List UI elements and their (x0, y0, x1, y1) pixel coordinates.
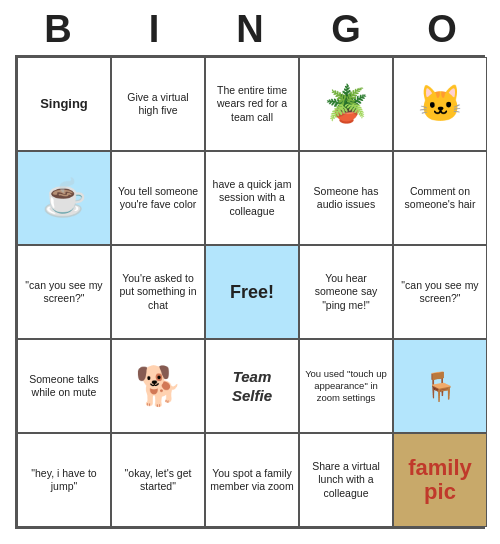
plant-emoji: 🪴 (324, 86, 369, 122)
cell-r2c0[interactable]: "can you see my screen?" (17, 245, 111, 339)
cell-r0c3[interactable]: 🪴 (299, 57, 393, 151)
letter-i: I (114, 8, 194, 51)
cell-text: The entire time wears red for a team cal… (210, 84, 294, 123)
cell-text: You used "touch up appearance" in zoom s… (304, 368, 388, 404)
cell-r2c3[interactable]: You hear someone say "ping me!" (299, 245, 393, 339)
cell-r4c0[interactable]: "hey, i have to jump" (17, 433, 111, 527)
cell-text: have a quick jam session with a colleagu… (210, 178, 294, 217)
dog-emoji: 🐕 (135, 364, 182, 408)
cell-r3c0[interactable]: Someone talks while on mute (17, 339, 111, 433)
cell-text: Share a virtual lunch with a colleague (304, 460, 388, 499)
family-pic-text: familypic (408, 456, 472, 504)
cell-text: "can you see my screen?" (22, 279, 106, 305)
cell-r0c2[interactable]: The entire time wears red for a team cal… (205, 57, 299, 151)
cell-r3c1[interactable]: 🐕 (111, 339, 205, 433)
cell-r2c4[interactable]: "can you see my screen?" (393, 245, 487, 339)
cell-r1c3[interactable]: Someone has audio issues (299, 151, 393, 245)
chair-emoji: 🪑 (423, 370, 458, 403)
letter-g: G (306, 8, 386, 51)
cell-r4c3[interactable]: Share a virtual lunch with a colleague (299, 433, 393, 527)
cell-r0c1[interactable]: Give a virtual high five (111, 57, 205, 151)
team-selfie-text: TeamSelfie (232, 367, 272, 406)
cell-free[interactable]: Free! (205, 245, 299, 339)
cell-text: Someone talks while on mute (22, 373, 106, 399)
cell-text: Someone has audio issues (304, 185, 388, 211)
bingo-header: B I N G O (10, 0, 490, 55)
coffee-emoji: ☕ (42, 180, 87, 216)
cell-text: You spot a family member via zoom (210, 467, 294, 493)
cell-r4c1[interactable]: "okay, let's get started" (111, 433, 205, 527)
cell-text: You're asked to put something in chat (116, 272, 200, 311)
cell-r3c2[interactable]: TeamSelfie (205, 339, 299, 433)
cell-text: "okay, let's get started" (116, 467, 200, 493)
cell-text: Comment on someone's hair (398, 185, 482, 211)
cell-r2c1[interactable]: You're asked to put something in chat (111, 245, 205, 339)
cell-text: "can you see my screen?" (398, 279, 482, 305)
bingo-grid: Singing Give a virtual high five The ent… (15, 55, 485, 529)
cell-r1c4[interactable]: Comment on someone's hair (393, 151, 487, 245)
cell-r0c4[interactable]: 🐱 (393, 57, 487, 151)
cell-text: You hear someone say "ping me!" (304, 272, 388, 311)
cell-text: Singing (40, 96, 88, 113)
cell-r1c0[interactable]: ☕ (17, 151, 111, 245)
cat-emoji: 🐱 (418, 86, 463, 122)
cell-r3c3[interactable]: You used "touch up appearance" in zoom s… (299, 339, 393, 433)
letter-n: N (210, 8, 290, 51)
cell-r4c4[interactable]: familypic (393, 433, 487, 527)
cell-r1c2[interactable]: have a quick jam session with a colleagu… (205, 151, 299, 245)
free-text: Free! (230, 282, 274, 303)
cell-r1c1[interactable]: You tell someone you're fave color (111, 151, 205, 245)
letter-o: O (402, 8, 482, 51)
cell-text: Give a virtual high five (116, 91, 200, 117)
cell-r4c2[interactable]: You spot a family member via zoom (205, 433, 299, 527)
cell-text: "hey, i have to jump" (22, 467, 106, 493)
letter-b: B (18, 8, 98, 51)
cell-r0c0[interactable]: Singing (17, 57, 111, 151)
cell-r3c4[interactable]: 🪑 (393, 339, 487, 433)
cell-text: You tell someone you're fave color (116, 185, 200, 211)
